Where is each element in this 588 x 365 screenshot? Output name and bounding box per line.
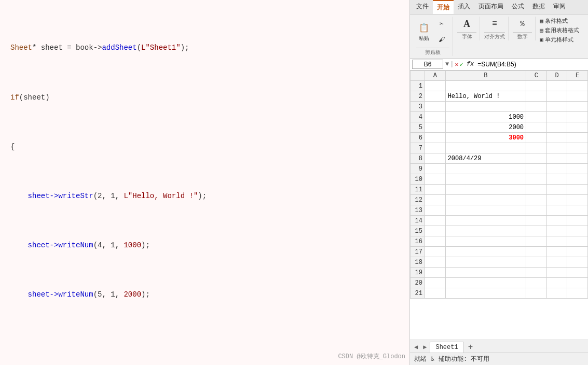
tab-formula[interactable]: 公式 bbox=[508, 0, 528, 14]
cell[interactable] bbox=[546, 122, 567, 133]
cell[interactable] bbox=[567, 91, 588, 102]
cell[interactable] bbox=[546, 216, 567, 226]
cell[interactable]: 3000 bbox=[445, 133, 526, 143]
cell-reference-input[interactable] bbox=[412, 60, 443, 69]
cell[interactable] bbox=[567, 226, 588, 236]
col-header-a[interactable]: A bbox=[425, 71, 446, 81]
cell[interactable] bbox=[526, 185, 547, 195]
col-header-c[interactable]: C bbox=[526, 71, 547, 81]
cell[interactable] bbox=[546, 257, 567, 268]
cell[interactable] bbox=[567, 257, 588, 268]
cell[interactable] bbox=[425, 236, 446, 247]
cell[interactable] bbox=[445, 81, 526, 91]
table-format-item[interactable]: ▤ 套用表格格式 bbox=[539, 26, 583, 35]
cell[interactable] bbox=[526, 174, 547, 185]
cell[interactable] bbox=[567, 216, 588, 226]
cell[interactable] bbox=[425, 91, 446, 102]
cell[interactable] bbox=[567, 164, 588, 174]
cell[interactable] bbox=[546, 91, 567, 102]
cell[interactable] bbox=[546, 278, 567, 288]
tab-data[interactable]: 数据 bbox=[528, 0, 549, 14]
paste-button[interactable]: 📋 粘贴 bbox=[416, 21, 432, 43]
cell[interactable] bbox=[567, 195, 588, 205]
cell[interactable] bbox=[445, 257, 526, 268]
cell[interactable] bbox=[526, 268, 547, 278]
cell[interactable] bbox=[546, 205, 567, 216]
cell[interactable] bbox=[445, 288, 526, 299]
cell[interactable] bbox=[526, 112, 547, 122]
tab-file[interactable]: 文件 bbox=[412, 0, 433, 14]
cell[interactable] bbox=[526, 288, 547, 299]
cell[interactable] bbox=[567, 102, 588, 112]
cell[interactable] bbox=[425, 133, 446, 143]
cell-style-item[interactable]: ▣ 单元格样式 bbox=[539, 35, 583, 44]
tab-layout[interactable]: 页面布局 bbox=[474, 0, 508, 14]
cell[interactable] bbox=[425, 257, 446, 268]
cell[interactable] bbox=[425, 268, 446, 278]
cell[interactable]: 2000 bbox=[445, 122, 526, 133]
cell[interactable] bbox=[546, 153, 567, 164]
cell[interactable] bbox=[425, 164, 446, 174]
cell[interactable] bbox=[526, 236, 547, 247]
cell[interactable] bbox=[526, 102, 547, 112]
cell[interactable] bbox=[425, 102, 446, 112]
cell[interactable] bbox=[526, 278, 547, 288]
format-painter-button[interactable]: 🖌 bbox=[434, 32, 449, 47]
cell[interactable] bbox=[445, 268, 526, 278]
cell[interactable] bbox=[526, 91, 547, 102]
cell[interactable] bbox=[445, 185, 526, 195]
tab-start[interactable]: 开始 bbox=[433, 0, 454, 14]
cell[interactable] bbox=[526, 81, 547, 91]
tab-insert[interactable]: 插入 bbox=[454, 0, 474, 14]
cell[interactable] bbox=[526, 226, 547, 236]
cell[interactable] bbox=[546, 236, 567, 247]
conditional-format-item[interactable]: ▦ 条件格式 bbox=[539, 17, 583, 25]
cell[interactable] bbox=[445, 195, 526, 205]
sheet-nav-left[interactable]: ◀ bbox=[412, 342, 420, 352]
cell[interactable] bbox=[445, 226, 526, 236]
cell[interactable] bbox=[546, 185, 567, 195]
cell[interactable] bbox=[425, 153, 446, 164]
col-header-b[interactable]: B bbox=[445, 71, 526, 81]
cell[interactable] bbox=[567, 81, 588, 91]
cell[interactable]: 2008/4/29 bbox=[445, 153, 526, 164]
cell[interactable] bbox=[425, 112, 446, 122]
add-sheet-button[interactable]: + bbox=[465, 343, 476, 352]
cell[interactable] bbox=[445, 236, 526, 247]
cell[interactable] bbox=[546, 247, 567, 257]
cell[interactable] bbox=[445, 247, 526, 257]
cell[interactable] bbox=[546, 81, 567, 91]
cell[interactable] bbox=[425, 278, 446, 288]
cell[interactable] bbox=[526, 143, 547, 153]
cell[interactable] bbox=[526, 247, 547, 257]
cell[interactable] bbox=[526, 153, 547, 164]
cell[interactable] bbox=[567, 174, 588, 185]
cell[interactable] bbox=[546, 143, 567, 153]
cell[interactable] bbox=[567, 143, 588, 153]
cut-button[interactable]: ✂ bbox=[434, 17, 449, 31]
cell[interactable] bbox=[445, 164, 526, 174]
cell[interactable] bbox=[546, 226, 567, 236]
cell[interactable] bbox=[526, 164, 547, 174]
sheet-nav-right[interactable]: ▶ bbox=[421, 342, 429, 352]
cell[interactable] bbox=[567, 278, 588, 288]
cell[interactable] bbox=[445, 216, 526, 226]
cell[interactable]: Hello, World ! bbox=[445, 91, 526, 102]
cell[interactable] bbox=[445, 143, 526, 153]
cell[interactable] bbox=[526, 205, 547, 216]
cell[interactable] bbox=[425, 205, 446, 216]
cell[interactable] bbox=[526, 216, 547, 226]
cell[interactable] bbox=[526, 257, 547, 268]
cell[interactable] bbox=[425, 195, 446, 205]
col-header-d[interactable]: D bbox=[546, 71, 567, 81]
cell[interactable] bbox=[567, 133, 588, 143]
cell[interactable] bbox=[425, 174, 446, 185]
cell[interactable] bbox=[526, 122, 547, 133]
alignment-button[interactable]: ≡ bbox=[487, 17, 502, 31]
cell[interactable] bbox=[425, 288, 446, 299]
cell[interactable] bbox=[546, 102, 567, 112]
cell[interactable] bbox=[567, 205, 588, 216]
cell[interactable] bbox=[445, 205, 526, 216]
cell[interactable] bbox=[567, 122, 588, 133]
cell[interactable] bbox=[425, 247, 446, 257]
